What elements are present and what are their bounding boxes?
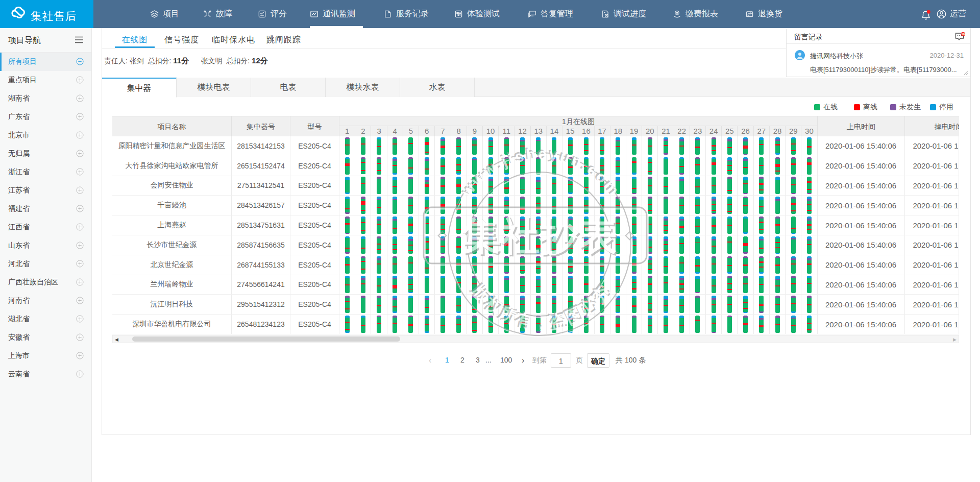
svg-text:10: 10 [961, 33, 965, 36]
